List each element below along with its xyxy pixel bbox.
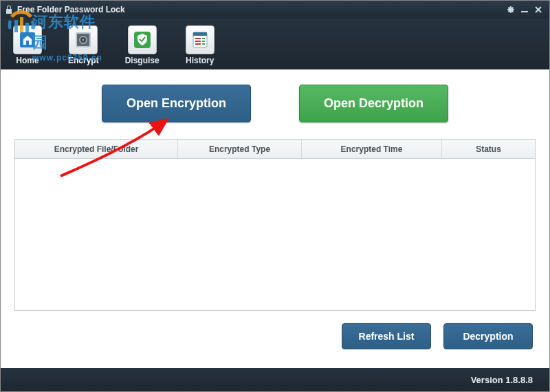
svg-point-7 [82,39,85,41]
home-icon [13,25,42,54]
svg-rect-14 [193,32,207,36]
footer-actions: Refresh List Decryption [1,311,549,349]
svg-rect-0 [521,11,528,12]
table-header: Encrypted File/Folder Encrypted Type Enc… [15,140,535,159]
app-title: Free Folder Password Lock [17,5,504,14]
col-file[interactable]: Encrypted File/Folder [15,140,178,158]
col-type[interactable]: Encrypted Type [178,140,302,158]
nav-history-label: History [186,56,214,65]
work-area: Open Encryption Open Decryption Encrypte… [1,69,549,368]
titlebar: Free Folder Password Lock [1,1,549,19]
col-status[interactable]: Status [442,140,535,158]
nav-encrypt[interactable]: Encrypt [68,23,99,65]
col-time[interactable]: Encrypted Time [302,140,442,158]
decryption-button[interactable]: Decryption [443,323,533,349]
svg-rect-17 [195,41,201,42]
primary-actions: Open Encryption Open Decryption [1,69,549,139]
svg-rect-20 [202,43,205,45]
nav-toolbar: Home Encrypt Disguise History [1,19,549,69]
close-icon[interactable] [531,3,545,16]
version-label: Version 1.8.8.8 [471,375,533,385]
history-icon [186,25,214,54]
nav-disguise-label: Disguise [125,56,160,65]
svg-rect-15 [195,38,201,39]
nav-history[interactable]: History [186,23,214,65]
nav-home-label: Home [16,56,38,65]
svg-rect-19 [195,43,201,45]
refresh-list-button[interactable]: Refresh List [342,323,431,349]
open-encryption-button[interactable]: Open Encryption [102,85,251,122]
open-decryption-button[interactable]: Open Decryption [299,85,448,122]
nav-home[interactable]: Home [13,23,42,65]
svg-rect-18 [202,41,205,42]
encrypted-table: Encrypted File/Folder Encrypted Type Enc… [14,139,536,311]
shield-icon [128,25,157,54]
svg-rect-2 [26,41,29,45]
svg-rect-16 [202,38,205,39]
nav-encrypt-label: Encrypt [68,56,99,65]
status-bar: Version 1.8.8.8 [1,368,549,391]
settings-icon[interactable] [504,3,518,16]
minimize-icon[interactable] [518,3,531,16]
nav-disguise[interactable]: Disguise [125,23,160,65]
lock-icon [5,5,13,14]
safe-icon [69,25,98,54]
